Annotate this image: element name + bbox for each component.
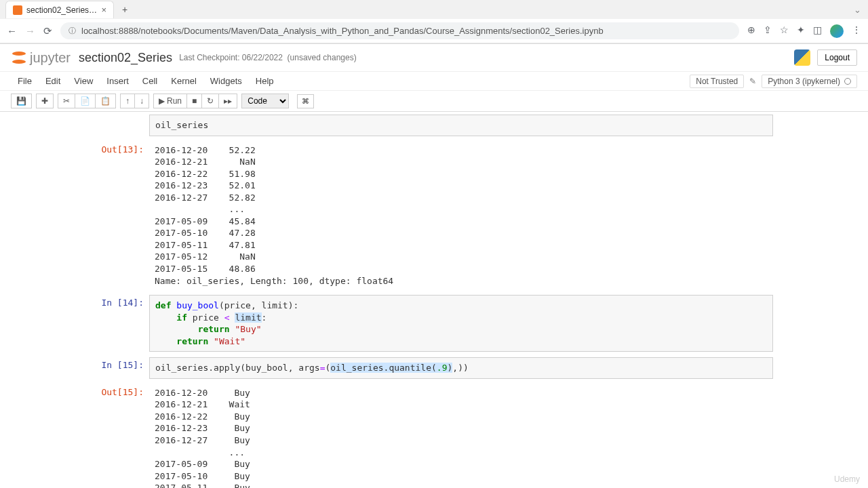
sidepanel-icon[interactable]: ◫ bbox=[813, 24, 822, 38]
extensions-icon[interactable]: ✦ bbox=[797, 24, 805, 38]
copy-button[interactable]: 📄 bbox=[75, 94, 95, 108]
profile-avatar[interactable] bbox=[830, 24, 844, 38]
menu-widgets[interactable]: Widgets bbox=[203, 73, 249, 89]
tab-bar: section02_Series - Jupyter No × + ⌄ bbox=[0, 0, 868, 19]
jupyter-logo-icon bbox=[11, 49, 27, 66]
chrome-actions: ⊕ ⇪ ☆ ✦ ◫ ⋮ bbox=[747, 24, 861, 38]
new-tab-button[interactable]: + bbox=[117, 4, 133, 15]
cell-prompt: Out[13]: bbox=[95, 142, 149, 290]
menu-bar: File Edit View Insert Cell Kernel Widget… bbox=[0, 72, 868, 91]
jupyter-logo[interactable]: jupyter bbox=[11, 49, 71, 66]
cell-output: 2016-12-20 Buy 2016-12-21 Wait 2016-12-2… bbox=[149, 384, 773, 488]
url-text: localhost:8888/notebooks/Documents/Maven… bbox=[81, 26, 604, 36]
kernel-idle-icon bbox=[844, 78, 851, 85]
output-cell: Out[15]: 2016-12-20 Buy 2016-12-21 Wait … bbox=[95, 382, 773, 488]
code-cell[interactable]: oil_series bbox=[95, 112, 773, 139]
add-cell-button[interactable]: ✚ bbox=[36, 94, 54, 108]
menu-icon[interactable]: ⋮ bbox=[852, 24, 861, 38]
move-down-button[interactable]: ↓ bbox=[134, 94, 149, 108]
notebook-title[interactable]: section02_Series bbox=[79, 51, 172, 65]
code-input[interactable]: def buy_bool(price, limit): if price < l… bbox=[149, 295, 773, 352]
run-button[interactable]: ▶Run bbox=[153, 94, 186, 108]
trust-button[interactable]: Not Trusted bbox=[690, 75, 744, 88]
menu-file[interactable]: File bbox=[11, 73, 39, 89]
cell-prompt bbox=[95, 115, 149, 136]
jupyter-logo-text: jupyter bbox=[30, 50, 71, 66]
cell-prompt: In [14]: bbox=[95, 295, 149, 352]
checkpoint-text: Last Checkpoint: 06/22/2022 (unsaved cha… bbox=[179, 53, 357, 62]
menu-insert[interactable]: Insert bbox=[100, 73, 136, 89]
forward-button[interactable]: → bbox=[25, 25, 35, 37]
menu-view[interactable]: View bbox=[67, 73, 100, 89]
cell-prompt: In [15]: bbox=[95, 357, 149, 379]
menu-cell[interactable]: Cell bbox=[136, 73, 164, 89]
output-cell: Out[13]: 2016-12-20 52.22 2016-12-21 NaN… bbox=[95, 139, 773, 293]
close-icon[interactable]: × bbox=[101, 5, 106, 15]
reload-button[interactable]: ⟳ bbox=[43, 25, 52, 37]
menu-edit[interactable]: Edit bbox=[39, 73, 67, 89]
cell-type-select[interactable]: Code bbox=[241, 94, 289, 108]
logout-button[interactable]: Logout bbox=[817, 49, 857, 66]
share-icon[interactable]: ⇪ bbox=[764, 24, 772, 38]
site-info-icon[interactable]: ⓘ bbox=[68, 26, 76, 36]
python-logo-icon bbox=[794, 49, 810, 66]
jupyter-favicon bbox=[13, 5, 22, 15]
code-input[interactable]: oil_series.apply(buy_bool, args=(oil_ser… bbox=[149, 357, 773, 379]
tab-title: section02_Series - Jupyter No bbox=[26, 5, 97, 15]
toolbar: 💾 ✚ ✂ 📄 📋 ↑ ↓ ▶Run ■ ↻ ▸▸ Code ⌘ bbox=[0, 91, 868, 112]
notebook-container: oil_series Out[13]: 2016-12-20 52.22 201… bbox=[0, 112, 868, 488]
address-bar: ← → ⟳ ⓘ localhost:8888/notebooks/Documen… bbox=[0, 19, 868, 43]
paste-button[interactable]: 📋 bbox=[95, 94, 116, 108]
kernel-indicator[interactable]: Python 3 (ipykernel) bbox=[762, 75, 857, 88]
menu-kernel[interactable]: Kernel bbox=[164, 73, 203, 89]
browser-tab[interactable]: section02_Series - Jupyter No × bbox=[5, 1, 114, 18]
menu-help[interactable]: Help bbox=[249, 73, 281, 89]
cell-output: 2016-12-20 52.22 2016-12-21 NaN 2016-12-… bbox=[149, 142, 773, 290]
browser-chrome: section02_Series - Jupyter No × + ⌄ ← → … bbox=[0, 0, 868, 44]
url-input[interactable]: ⓘ localhost:8888/notebooks/Documents/Mav… bbox=[60, 22, 739, 39]
interrupt-button[interactable]: ■ bbox=[186, 94, 201, 108]
restart-run-all-button[interactable]: ▸▸ bbox=[218, 94, 237, 108]
chevron-down-icon[interactable]: ⌄ bbox=[854, 5, 868, 15]
code-cell[interactable]: In [15]: oil_series.apply(buy_bool, args… bbox=[95, 354, 773, 382]
cut-button[interactable]: ✂ bbox=[58, 94, 75, 108]
code-input[interactable]: oil_series bbox=[149, 115, 773, 136]
restart-button[interactable]: ↻ bbox=[201, 94, 218, 108]
zoom-icon[interactable]: ⊕ bbox=[747, 24, 755, 38]
save-button[interactable]: 💾 bbox=[11, 94, 32, 108]
cell-prompt: Out[15]: bbox=[95, 384, 149, 488]
code-cell[interactable]: In [14]: def buy_bool(price, limit): if … bbox=[95, 292, 773, 354]
back-button[interactable]: ← bbox=[7, 25, 17, 37]
command-palette-button[interactable]: ⌘ bbox=[297, 94, 314, 108]
pencil-icon[interactable]: ✎ bbox=[749, 77, 756, 86]
bookmark-icon[interactable]: ☆ bbox=[780, 24, 789, 38]
jupyter-header: jupyter section02_Series Last Checkpoint… bbox=[0, 44, 868, 72]
move-up-button[interactable]: ↑ bbox=[120, 94, 134, 108]
watermark: Udemy bbox=[834, 474, 860, 484]
